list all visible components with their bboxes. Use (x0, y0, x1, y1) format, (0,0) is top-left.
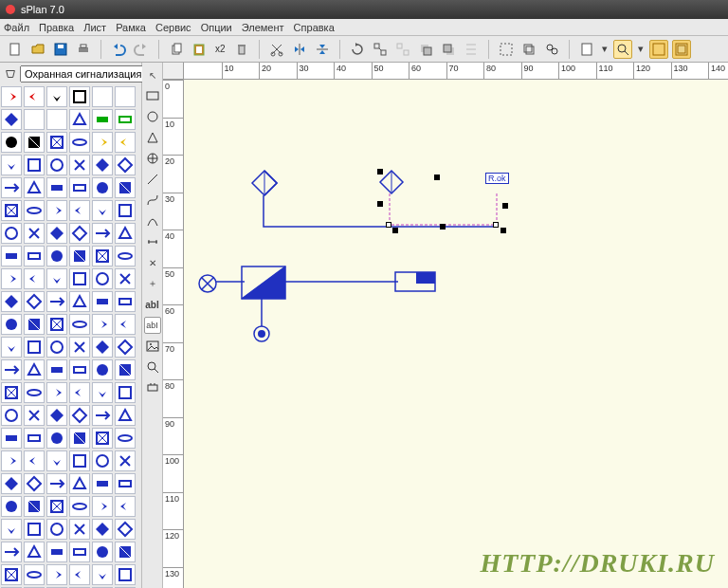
palette-symbol[interactable] (1, 86, 22, 107)
palette-symbol[interactable] (115, 542, 136, 562)
redo-button[interactable] (132, 40, 151, 59)
palette-symbol[interactable] (69, 86, 90, 107)
open-button[interactable] (28, 40, 47, 59)
node-tool[interactable]: ✕ (144, 254, 161, 271)
palette-symbol[interactable] (24, 337, 45, 358)
palette-symbol[interactable] (92, 314, 113, 335)
menu-service[interactable]: Сервис (155, 22, 191, 33)
image-tool[interactable] (144, 338, 161, 355)
palette-symbol[interactable] (69, 405, 90, 426)
paste-button[interactable] (190, 40, 209, 59)
palette-symbol[interactable] (115, 223, 136, 244)
block-symbol[interactable] (394, 271, 436, 292)
palette-symbol[interactable] (1, 519, 22, 540)
wire[interactable] (260, 298, 264, 326)
selection-node[interactable] (386, 222, 391, 228)
palette-symbol[interactable] (24, 177, 45, 198)
palette-symbol[interactable] (24, 564, 45, 585)
palette-symbol[interactable] (92, 109, 113, 130)
palette-symbol[interactable] (1, 246, 22, 266)
palette-symbol[interactable] (1, 473, 22, 494)
palette-symbol[interactable] (46, 542, 67, 562)
palette-symbol[interactable] (46, 268, 67, 289)
select-tool[interactable]: ↖ (144, 66, 161, 83)
palette-symbol[interactable] (1, 109, 22, 130)
drawing-canvas[interactable]: R.ok (184, 80, 728, 588)
rotate-button[interactable] (348, 40, 367, 59)
palette-symbol[interactable] (1, 359, 22, 380)
palette-symbol[interactable] (46, 450, 67, 471)
align-button[interactable] (462, 40, 481, 59)
palette-symbol[interactable] (92, 268, 113, 289)
palette-symbol[interactable] (115, 337, 136, 358)
palette-symbol[interactable] (46, 246, 67, 266)
palette-symbol[interactable] (46, 109, 67, 130)
palette-symbol[interactable] (24, 496, 45, 517)
palette-symbol[interactable] (69, 473, 90, 494)
page-drop-icon[interactable]: ▾ (600, 40, 610, 59)
palette-symbol[interactable] (69, 155, 90, 175)
palette-symbol[interactable] (92, 291, 113, 312)
page-button[interactable] (577, 40, 596, 59)
palette-symbol[interactable] (24, 450, 45, 471)
palette-symbol[interactable] (1, 496, 22, 517)
save-button[interactable] (51, 40, 70, 59)
palette-symbol[interactable] (1, 337, 22, 358)
selection-node[interactable] (493, 222, 499, 228)
palette-symbol[interactable] (69, 496, 90, 517)
palette-symbol[interactable] (115, 86, 136, 107)
palette-symbol[interactable] (1, 382, 22, 403)
palette-symbol[interactable] (1, 450, 22, 471)
palette-symbol[interactable] (92, 473, 113, 494)
dimension-tool[interactable] (144, 233, 161, 250)
selection-handle[interactable] (377, 169, 383, 175)
delete-button[interactable] (232, 40, 251, 59)
textframe-tool[interactable]: abI (144, 317, 161, 334)
poly-tool[interactable] (144, 129, 161, 146)
palette-symbol[interactable] (69, 450, 90, 471)
selection-handle[interactable] (434, 175, 440, 180)
palette-symbol[interactable] (69, 132, 90, 153)
palette-symbol[interactable] (24, 86, 45, 107)
palette-symbol[interactable] (1, 564, 22, 585)
palette-symbol[interactable] (115, 314, 136, 335)
menu-file[interactable]: Файл (4, 22, 29, 33)
palette-symbol[interactable] (69, 200, 90, 221)
zoom-tool[interactable] (144, 379, 161, 396)
palette-symbol[interactable] (24, 291, 45, 312)
group-button[interactable] (371, 40, 390, 59)
palette-symbol[interactable] (46, 382, 67, 403)
palette-symbol[interactable] (115, 382, 136, 403)
selection-handle[interactable] (500, 228, 506, 233)
palette-symbol[interactable] (46, 291, 67, 312)
palette-symbol[interactable] (115, 359, 136, 380)
palette-symbol[interactable] (115, 519, 136, 540)
palette-symbol[interactable] (24, 405, 45, 426)
palette-symbol[interactable] (1, 200, 22, 221)
palette-symbol[interactable] (69, 268, 90, 289)
curve-tool[interactable] (144, 192, 161, 209)
preview-a-button[interactable] (649, 40, 668, 59)
palette-symbol[interactable] (69, 291, 90, 312)
palette-symbol[interactable] (24, 519, 45, 540)
palette-symbol[interactable] (115, 268, 136, 289)
palette-symbol[interactable] (92, 542, 113, 562)
palette-symbol[interactable] (92, 337, 113, 358)
palette-symbol[interactable] (46, 314, 67, 335)
palette-symbol[interactable] (46, 428, 67, 449)
palette-symbol[interactable] (1, 314, 22, 335)
palette-symbol[interactable] (69, 314, 90, 335)
menu-element[interactable]: Элемент (242, 22, 284, 33)
palette-symbol[interactable] (24, 314, 45, 335)
palette-symbol[interactable] (69, 359, 90, 380)
palette-symbol[interactable] (92, 428, 113, 449)
palette-symbol[interactable] (46, 564, 67, 585)
menu-options[interactable]: Опции (201, 22, 232, 33)
symbol-palette[interactable] (0, 85, 141, 588)
palette-symbol[interactable] (24, 428, 45, 449)
palette-symbol[interactable] (69, 382, 90, 403)
cross-tool[interactable]: ＋ (144, 275, 161, 292)
menu-sheet[interactable]: Лист (83, 22, 106, 33)
junction-symbol[interactable] (252, 324, 271, 343)
measure-tool[interactable] (144, 358, 161, 376)
